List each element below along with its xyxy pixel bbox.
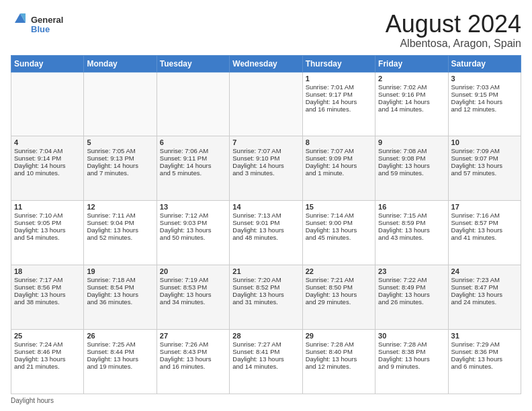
day-info: Sunrise: 7:13 AM	[232, 212, 299, 219]
day-info: Sunrise: 7:16 AM	[451, 212, 518, 219]
day-number: 13	[160, 203, 226, 211]
day-info: and 29 minutes.	[306, 298, 372, 306]
day-info: Daylight: 14 hours	[451, 98, 518, 105]
calendar-cell	[11, 72, 84, 136]
day-info: Daylight: 13 hours	[232, 355, 299, 363]
logo-svg: General Blue	[11, 11, 64, 38]
day-info: Sunrise: 7:14 AM	[306, 212, 372, 219]
day-number: 10	[451, 138, 518, 146]
day-info: and 16 minutes.	[306, 105, 372, 113]
calendar-cell: 27Sunrise: 7:26 AMSunset: 8:43 PMDayligh…	[157, 330, 229, 394]
day-info: Daylight: 14 hours	[306, 162, 372, 169]
day-info: Sunrise: 7:02 AM	[378, 83, 445, 91]
day-info: Sunset: 8:47 PM	[451, 283, 518, 291]
sub-title: Albentosa, Aragon, Spain	[386, 38, 521, 50]
day-number: 8	[306, 138, 372, 146]
calendar-cell: 10Sunrise: 7:09 AMSunset: 9:07 PMDayligh…	[448, 136, 521, 201]
logo: General Blue	[11, 11, 64, 38]
day-info: and 12 minutes.	[451, 105, 518, 113]
day-info: Sunrise: 7:07 AM	[232, 147, 299, 154]
day-info: and 36 minutes.	[87, 298, 153, 306]
calendar-cell: 8Sunrise: 7:07 AMSunset: 9:09 PMDaylight…	[302, 136, 375, 201]
calendar-cell: 20Sunrise: 7:19 AMSunset: 8:53 PMDayligh…	[157, 265, 229, 330]
day-info: and 52 minutes.	[87, 234, 153, 241]
calendar-day-header: Tuesday	[157, 55, 229, 72]
day-info: and 6 minutes.	[451, 363, 518, 370]
day-info: and 45 minutes.	[306, 234, 372, 241]
day-info: Sunset: 9:01 PM	[232, 219, 299, 226]
day-info: Daylight: 14 hours	[378, 98, 445, 105]
day-info: Sunset: 8:52 PM	[232, 283, 299, 291]
day-info: and 48 minutes.	[232, 234, 299, 241]
calendar-cell: 14Sunrise: 7:13 AMSunset: 9:01 PMDayligh…	[230, 201, 302, 265]
day-info: Daylight: 14 hours	[14, 162, 81, 169]
day-info: Sunset: 8:43 PM	[160, 348, 226, 355]
day-info: Sunrise: 7:19 AM	[160, 276, 226, 283]
day-info: Daylight: 13 hours	[378, 162, 445, 169]
day-info: Daylight: 14 hours	[160, 162, 226, 169]
day-info: Sunrise: 7:04 AM	[14, 147, 81, 154]
day-info: Sunset: 9:10 PM	[232, 154, 299, 162]
calendar-cell: 18Sunrise: 7:17 AMSunset: 8:56 PMDayligh…	[11, 265, 84, 330]
day-number: 11	[14, 203, 81, 211]
day-info: Sunrise: 7:17 AM	[14, 276, 81, 283]
footer: Daylight hours	[11, 397, 521, 404]
title-block: August 2024 Albentosa, Aragon, Spain	[386, 11, 521, 50]
day-info: Sunrise: 7:03 AM	[451, 83, 518, 91]
day-info: Sunset: 9:17 PM	[306, 91, 372, 98]
day-info: Sunrise: 7:11 AM	[87, 212, 153, 219]
day-info: Sunset: 9:04 PM	[87, 219, 153, 226]
day-number: 25	[14, 332, 81, 340]
day-number: 31	[451, 332, 518, 340]
calendar-cell: 31Sunrise: 7:29 AMSunset: 8:36 PMDayligh…	[448, 330, 521, 394]
day-info: Sunset: 9:07 PM	[451, 154, 518, 162]
day-info: and 24 minutes.	[451, 298, 518, 306]
day-info: Sunrise: 7:08 AM	[378, 147, 445, 154]
day-info: and 5 minutes.	[160, 169, 226, 177]
day-number: 17	[451, 203, 518, 211]
calendar-cell: 30Sunrise: 7:28 AMSunset: 8:38 PMDayligh…	[375, 330, 448, 394]
day-info: and 3 minutes.	[232, 169, 299, 177]
day-info: and 38 minutes.	[14, 298, 81, 306]
day-info: and 50 minutes.	[160, 234, 226, 241]
calendar-cell: 25Sunrise: 7:24 AMSunset: 8:46 PMDayligh…	[11, 330, 84, 394]
day-number: 27	[160, 332, 226, 340]
day-number: 20	[160, 267, 226, 275]
page: General Blue August 2024 Albentosa, Arag…	[0, 0, 532, 411]
day-info: Daylight: 13 hours	[451, 355, 518, 363]
day-info: Daylight: 13 hours	[232, 226, 299, 234]
day-info: Daylight: 14 hours	[306, 98, 372, 105]
day-info: Sunrise: 7:25 AM	[87, 340, 153, 348]
day-info: Sunset: 8:49 PM	[378, 283, 445, 291]
day-info: Daylight: 13 hours	[232, 291, 299, 298]
calendar-cell: 4Sunrise: 7:04 AMSunset: 9:14 PMDaylight…	[11, 136, 84, 201]
day-info: Sunrise: 7:18 AM	[87, 276, 153, 283]
calendar-cell	[230, 72, 302, 136]
svg-text:General: General	[31, 15, 63, 25]
day-info: Daylight: 14 hours	[87, 162, 153, 169]
day-info: Sunset: 8:41 PM	[232, 348, 299, 355]
calendar-cell: 9Sunrise: 7:08 AMSunset: 9:08 PMDaylight…	[375, 136, 448, 201]
calendar-cell: 28Sunrise: 7:27 AMSunset: 8:41 PMDayligh…	[230, 330, 302, 394]
day-info: Sunrise: 7:10 AM	[14, 212, 81, 219]
calendar-day-header: Saturday	[448, 55, 521, 72]
day-info: Sunset: 9:08 PM	[378, 154, 445, 162]
day-number: 4	[14, 138, 81, 146]
calendar-cell: 11Sunrise: 7:10 AMSunset: 9:05 PMDayligh…	[11, 201, 84, 265]
day-info: Sunset: 9:15 PM	[451, 91, 518, 98]
day-info: and 21 minutes.	[14, 363, 81, 370]
day-info: Sunrise: 7:15 AM	[378, 212, 445, 219]
day-info: Daylight: 13 hours	[378, 226, 445, 234]
calendar-cell: 7Sunrise: 7:07 AMSunset: 9:10 PMDaylight…	[230, 136, 302, 201]
day-number: 9	[378, 138, 445, 146]
day-info: Sunset: 9:03 PM	[160, 219, 226, 226]
calendar-week-row: 11Sunrise: 7:10 AMSunset: 9:05 PMDayligh…	[11, 201, 521, 265]
day-info: Sunrise: 7:27 AM	[232, 340, 299, 348]
calendar-cell: 15Sunrise: 7:14 AMSunset: 9:00 PMDayligh…	[302, 201, 375, 265]
day-info: Sunset: 8:59 PM	[378, 219, 445, 226]
day-info: Sunset: 8:54 PM	[87, 283, 153, 291]
day-info: and 34 minutes.	[160, 298, 226, 306]
main-title: August 2024	[386, 11, 521, 38]
day-info: Sunrise: 7:06 AM	[160, 147, 226, 154]
calendar-table: SundayMondayTuesdayWednesdayThursdayFrid…	[11, 55, 521, 394]
